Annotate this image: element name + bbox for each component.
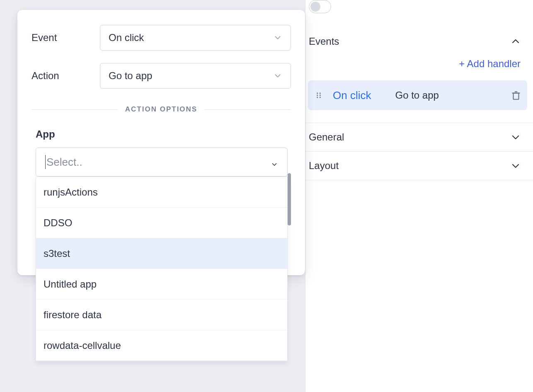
chevron-down-icon xyxy=(273,33,282,42)
action-options-divider: ACTION OPTIONS xyxy=(31,105,291,114)
svg-point-4 xyxy=(317,97,318,98)
svg-point-1 xyxy=(320,92,321,94)
toggle-switch[interactable] xyxy=(309,0,331,13)
action-options-heading: ACTION OPTIONS xyxy=(125,105,197,114)
app-select-placeholder: Select.. xyxy=(46,156,82,169)
app-option[interactable]: s3test xyxy=(36,238,287,269)
app-option[interactable]: runjsActions xyxy=(36,177,287,208)
action-label: Action xyxy=(31,70,100,82)
section-layout: Layout xyxy=(305,151,533,180)
svg-rect-6 xyxy=(514,93,519,99)
action-select-value: Go to app xyxy=(109,70,152,82)
svg-point-3 xyxy=(320,94,321,96)
section-header-general[interactable]: General xyxy=(305,123,533,151)
section-header-layout[interactable]: Layout xyxy=(305,152,533,180)
event-config-popover: Event On click Action Go to app ACTION O… xyxy=(17,10,305,275)
event-label: Event xyxy=(31,32,100,44)
section-general: General xyxy=(305,123,533,151)
svg-point-5 xyxy=(320,97,321,98)
action-select[interactable]: Go to app xyxy=(100,63,291,89)
app-option[interactable]: firestore data xyxy=(36,300,287,330)
svg-point-2 xyxy=(317,94,318,96)
app-field-label: App xyxy=(36,128,291,140)
svg-point-0 xyxy=(317,92,318,94)
handler-action-label: Go to app xyxy=(395,90,504,101)
event-select-value: On click xyxy=(109,32,144,44)
properties-panel: Events + Add handler On click Go to app xyxy=(305,0,533,392)
app-option[interactable]: DDSO xyxy=(36,208,287,238)
chevron-down-icon xyxy=(271,158,278,166)
handler-row[interactable]: On click Go to app xyxy=(308,80,527,110)
section-title-general: General xyxy=(309,131,344,143)
section-title-layout: Layout xyxy=(309,160,339,172)
chevron-down-icon xyxy=(511,132,521,142)
drag-handle-icon[interactable] xyxy=(314,90,324,100)
app-dropdown-list: runjsActionsDDSOs3testUntitled appfirest… xyxy=(36,177,288,361)
scroll-thumb[interactable] xyxy=(288,173,291,225)
handler-event-label: On click xyxy=(333,89,371,102)
app-option[interactable]: Untitled app xyxy=(36,269,287,300)
app-select-wrap: Select.. runjsActionsDDSOs3testUntitled … xyxy=(36,148,288,177)
section-title-events: Events xyxy=(309,36,339,47)
event-select[interactable]: On click xyxy=(100,25,291,51)
chevron-down-icon xyxy=(273,71,282,80)
section-header-events[interactable]: Events xyxy=(305,27,533,56)
app-select-input[interactable]: Select.. xyxy=(36,148,288,177)
add-handler-button[interactable]: + Add handler xyxy=(305,56,533,80)
toggle-knob xyxy=(310,2,320,12)
chevron-down-icon xyxy=(511,161,521,171)
chevron-up-icon xyxy=(511,36,521,46)
app-option[interactable]: rowdata-cellvalue xyxy=(36,330,287,361)
event-row: Event On click xyxy=(31,25,291,51)
action-row: Action Go to app xyxy=(31,63,291,89)
section-events: Events + Add handler On click Go to app xyxy=(305,27,533,110)
text-caret xyxy=(45,155,46,169)
delete-handler-button[interactable] xyxy=(511,90,521,101)
